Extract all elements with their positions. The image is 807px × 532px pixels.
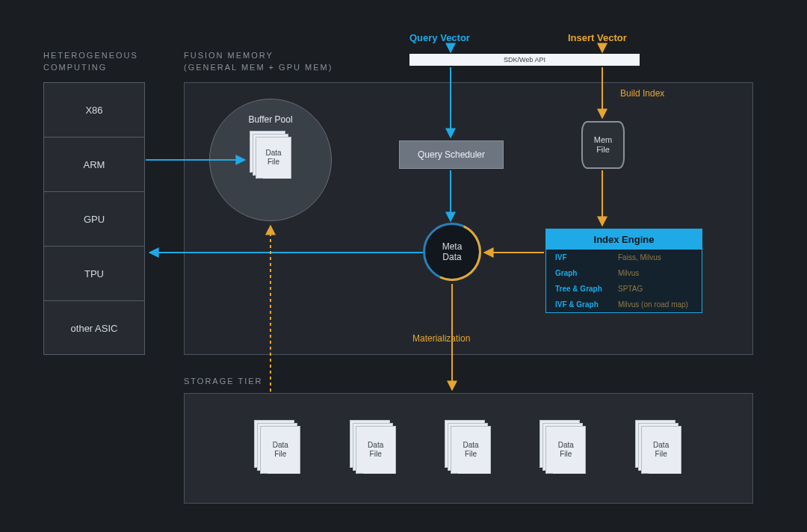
hc-title-2: COMPUTING — [43, 63, 107, 72]
ie-row-graph: GraphMilvus — [546, 265, 702, 281]
storage-file-3: DataFile — [445, 420, 492, 477]
buffer-pool-label: Buffer Pool — [248, 114, 292, 125]
meta-data-node: MetaData — [423, 223, 481, 281]
heterogeneous-computing-box: X86 ARM GPU TPU other ASIC — [43, 82, 145, 355]
sdk-web-api-bar: SDK/Web API — [409, 54, 640, 66]
hc-item-arm: ARM — [44, 137, 144, 192]
buffer-pool-file-icon: DataFile — [250, 131, 291, 180]
hc-item-asic: other ASIC — [44, 301, 144, 356]
fm-title-2: (GENERAL MEM + GPU MEM) — [184, 63, 333, 72]
hc-item-x86: X86 — [44, 83, 144, 137]
buffer-pool: Buffer Pool DataFile — [209, 99, 332, 221]
materialization-label: Materialization — [412, 333, 470, 344]
storage-file-2: DataFile — [350, 420, 398, 477]
insert-vector-label: Insert Vector — [568, 32, 627, 43]
storage-file-4: DataFile — [539, 420, 587, 477]
ie-row-ivf: IVFFaiss, Milvus — [546, 250, 702, 265]
storage-tier-box: DataFile DataFile DataFile DataFile Data… — [184, 393, 753, 504]
index-engine-title: Index Engine — [546, 229, 702, 250]
hc-item-tpu: TPU — [44, 247, 144, 301]
storage-file-5: DataFile — [635, 420, 683, 477]
storage-file-1: DataFile — [254, 420, 302, 477]
ie-row-ivfgraph: IVF & GraphMilvus (on road map) — [546, 297, 702, 312]
hc-item-gpu: GPU — [44, 192, 144, 247]
query-scheduler-box: Query Scheduler — [399, 140, 504, 169]
build-index-label: Build Index — [620, 88, 664, 99]
ie-row-tree: Tree & GraphSPTAG — [546, 281, 702, 297]
hc-title-1: HETEROGENEOUS — [43, 51, 138, 60]
mem-file-node: MemFile — [581, 121, 625, 169]
query-vector-label: Query Vector — [409, 32, 470, 43]
st-title: STORAGE TIER — [184, 377, 263, 386]
fm-title-1: FUSION MEMORY — [184, 51, 273, 60]
index-engine-box: Index Engine IVFFaiss, Milvus GraphMilvu… — [545, 229, 702, 313]
